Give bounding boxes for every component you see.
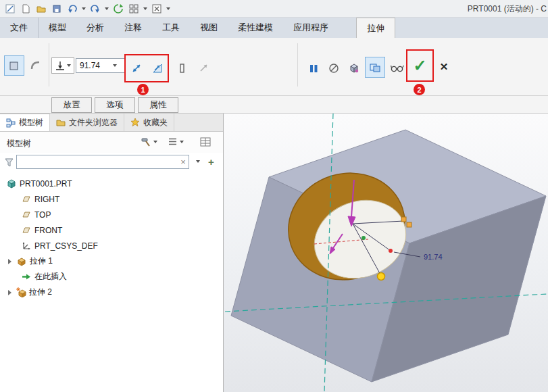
tree-row-top-plane[interactable]: TOP [0,207,223,222]
filter-funnel-icon[interactable] [4,157,14,168]
tab-tools[interactable]: 工具 [152,18,190,38]
depth-drag-handle[interactable] [378,273,385,280]
save-icon[interactable] [51,3,63,15]
geometry-preview-icon [348,62,360,74]
undo-icon[interactable] [66,3,78,15]
pause-icon [308,63,319,74]
tab-file[interactable]: 文件 [0,18,39,38]
tab-extrude-active[interactable]: 拉伸 [356,18,395,38]
depth-dimension-label[interactable]: 91.74 [424,253,443,261]
tree-row-extrude-2[interactable]: 拉伸 2 [0,285,223,300]
sketch-vertex-handle-red[interactable] [389,249,393,253]
tree-row-label: TOP [34,210,51,220]
dashboard-panel-tabs: 放置 选项 属性 [0,96,548,114]
no-preview-icon [328,63,339,74]
tree-filters-button[interactable] [141,137,157,147]
tab-model-tree[interactable]: 模型树 [0,114,50,131]
depth-blind-icon [55,60,66,71]
part-icon [5,178,17,189]
tab-favorites-label: 收藏夹 [143,117,168,128]
tab-annotate[interactable]: 注释 [114,18,152,38]
list-options-icon [168,137,178,147]
radius-drag-handle[interactable] [401,217,406,222]
open-file-icon[interactable] [35,3,47,15]
model-tree-header: 模型树 [0,132,223,153]
clear-search-icon[interactable]: × [178,157,188,167]
surface-icon [30,59,42,72]
depth-option-button[interactable] [51,57,74,74]
tab-folder-browser[interactable]: 文件夹浏览器 [50,114,124,131]
chevron-down-icon[interactable] [105,7,109,10]
tab-analysis[interactable]: 分析 [76,18,114,38]
tree-search-row: × + [0,153,223,172]
tab-view[interactable]: 视图 [190,18,228,38]
tab-flexible-modeling[interactable]: 柔性建模 [228,18,283,38]
titlebar: PRT0001 (活动的) - C [0,0,548,18]
tree-row-insert-here[interactable]: 在此插入 [0,269,223,285]
pause-button[interactable] [304,58,322,78]
verify-glasses-button[interactable] [388,58,406,78]
sketch-vertex-handle-green[interactable] [362,236,366,240]
chevron-down-icon[interactable] [166,7,170,10]
thicken-sketch-button[interactable] [173,58,191,78]
chevron-down-icon[interactable] [180,141,184,143]
tree-row-label: PRT0001.PRT [20,179,72,189]
flip-material-side-button[interactable] [195,58,213,78]
tab-favorites[interactable]: 收藏夹 [124,114,174,131]
tab-folder-browser-label: 文件夹浏览器 [69,117,118,128]
model-tree-title: 模型树 [7,138,31,149]
separator [49,43,49,87]
chevron-down-icon[interactable] [153,141,157,143]
flip-direction-button[interactable] [127,58,145,78]
expand-arrow-icon[interactable] [8,290,11,295]
tree-row-right-plane[interactable]: RIGHT [0,191,223,207]
surface-option-button[interactable] [26,55,46,76]
remove-material-icon [151,62,164,74]
tree-columns-button[interactable] [200,137,211,147]
tree-display-options-button[interactable] [168,137,184,147]
chevron-down-icon[interactable] [67,64,71,67]
tree-row-extrude-1[interactable]: 拉伸 1 [0,253,223,269]
graphics-viewport[interactable]: 91.74 [224,114,548,392]
depth-input[interactable] [76,59,113,72]
radius-drag-handle-2[interactable] [407,222,412,227]
tab-model[interactable]: 模型 [39,18,76,38]
tree-row-csys[interactable]: PRT_CSYS_DEF [0,238,223,253]
chevron-down-icon[interactable] [143,7,147,10]
csys-icon [20,241,32,251]
ok-button[interactable]: ✓ [409,53,431,78]
x-icon: ✕ [440,62,449,72]
solid-option-button[interactable] [4,55,24,76]
depth-value-combo [76,58,126,73]
solid-icon [8,59,20,72]
chevron-down-icon[interactable] [113,64,117,67]
geometry-preview-button[interactable] [345,58,363,78]
remove-material-button[interactable] [148,58,166,78]
model-tree: PRT0001.PRT RIGHT TOP FRONT [0,172,223,300]
new-file-icon[interactable] [20,3,32,15]
add-filter-icon[interactable]: + [208,156,214,168]
redo-icon[interactable] [89,3,101,15]
close-window-icon[interactable] [151,3,163,15]
model-display-icon[interactable] [128,3,140,15]
annotation-badge-2: 2 [414,84,425,95]
tree-search-input[interactable] [16,155,189,169]
tree-row-label: RIGHT [34,195,59,204]
regenerate-icon[interactable] [112,3,124,15]
extrude-feature-icon [16,256,27,267]
chevron-down-icon[interactable] [82,7,86,10]
flip-direction-icon [130,62,143,74]
cancel-button[interactable]: ✕ [436,57,452,76]
tree-row-front-plane[interactable]: FRONT [0,222,223,238]
chevron-down-icon[interactable] [196,160,200,163]
attached-preview-toggle[interactable] [365,57,385,78]
tab-options[interactable]: 选项 [95,97,135,113]
thicken-sketch-icon [176,62,189,74]
tree-row-part[interactable]: PRT0001.PRT [0,176,223,191]
tab-properties[interactable]: 属性 [138,97,178,113]
expand-arrow-icon[interactable] [8,259,11,264]
app-icon [4,3,16,15]
no-preview-button[interactable] [324,58,343,78]
tab-applications[interactable]: 应用程序 [283,18,339,38]
tab-placement[interactable]: 放置 [51,97,92,113]
